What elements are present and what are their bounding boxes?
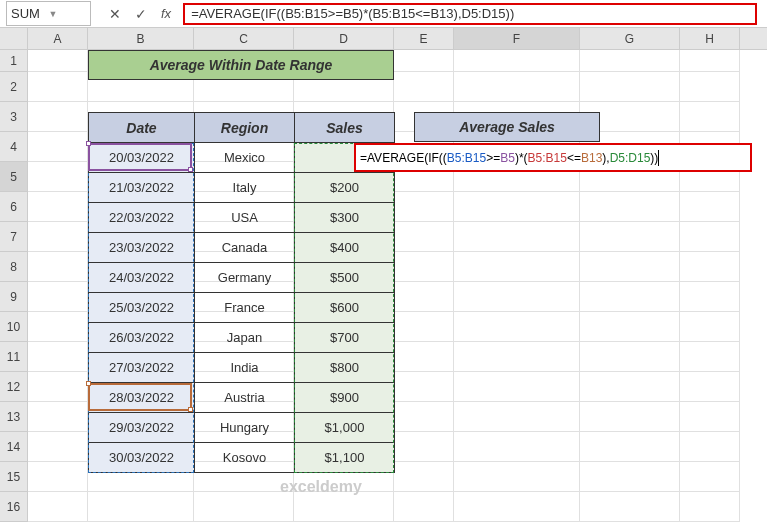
cell-F6[interactable]	[454, 192, 580, 222]
cell-A7[interactable]	[28, 222, 88, 252]
cell-A14[interactable]	[28, 432, 88, 462]
cell-A13[interactable]	[28, 402, 88, 432]
row-header[interactable]: 8	[0, 252, 28, 282]
cell-E12[interactable]	[394, 372, 454, 402]
row-header[interactable]: 7	[0, 222, 28, 252]
cell-A1[interactable]	[28, 50, 88, 72]
header-region[interactable]: Region	[195, 113, 295, 143]
cell-sales[interactable]: $200	[295, 173, 395, 203]
cell-G16[interactable]	[580, 492, 680, 522]
cell-A10[interactable]	[28, 312, 88, 342]
cell-date[interactable]: 20/03/2022	[89, 143, 195, 173]
cell-region[interactable]: Japan	[195, 323, 295, 353]
cell-H7[interactable]	[680, 222, 740, 252]
cell-G15[interactable]	[580, 462, 680, 492]
cell-sales[interactable]: $600	[295, 293, 395, 323]
cell-E15[interactable]	[394, 462, 454, 492]
col-header-A[interactable]: A	[28, 28, 88, 49]
cell-F13[interactable]	[454, 402, 580, 432]
cell-F1[interactable]	[454, 50, 580, 72]
cell-E13[interactable]	[394, 402, 454, 432]
chevron-down-icon[interactable]: ▼	[49, 9, 87, 19]
cell-date[interactable]: 28/03/2022	[89, 383, 195, 413]
row-header[interactable]: 14	[0, 432, 28, 462]
cell-E14[interactable]	[394, 432, 454, 462]
cell-A4[interactable]	[28, 132, 88, 162]
col-header-F[interactable]: F	[454, 28, 580, 49]
cell-G6[interactable]	[580, 192, 680, 222]
col-header-H[interactable]: H	[680, 28, 740, 49]
cell-F11[interactable]	[454, 342, 580, 372]
row-header[interactable]: 12	[0, 372, 28, 402]
cell-E10[interactable]	[394, 312, 454, 342]
cell-region[interactable]: Austria	[195, 383, 295, 413]
cell-F8[interactable]	[454, 252, 580, 282]
cell-sales[interactable]: $1,100	[295, 443, 395, 473]
cell-sales[interactable]: $300	[295, 203, 395, 233]
cell-E1[interactable]	[394, 50, 454, 72]
row-header[interactable]: 13	[0, 402, 28, 432]
cell-region[interactable]: Mexico	[195, 143, 295, 173]
col-header-D[interactable]: D	[294, 28, 394, 49]
cell-H14[interactable]	[680, 432, 740, 462]
cell-B16[interactable]	[88, 492, 194, 522]
select-all-corner[interactable]	[0, 28, 28, 49]
row-header[interactable]: 3	[0, 102, 28, 132]
cell-region[interactable]: USA	[195, 203, 295, 233]
cell-date[interactable]: 26/03/2022	[89, 323, 195, 353]
cell-F12[interactable]	[454, 372, 580, 402]
cell-F14[interactable]	[454, 432, 580, 462]
cell-F10[interactable]	[454, 312, 580, 342]
cell-H13[interactable]	[680, 402, 740, 432]
cell-H15[interactable]	[680, 462, 740, 492]
cell-region[interactable]: Hungary	[195, 413, 295, 443]
cell-H12[interactable]	[680, 372, 740, 402]
cell-sales[interactable]: $400	[295, 233, 395, 263]
cell-F2[interactable]	[454, 72, 580, 102]
cell-H10[interactable]	[680, 312, 740, 342]
header-sales[interactable]: Sales	[295, 113, 395, 143]
cell-H9[interactable]	[680, 282, 740, 312]
cell-E9[interactable]	[394, 282, 454, 312]
cell-F7[interactable]	[454, 222, 580, 252]
row-header[interactable]: 11	[0, 342, 28, 372]
cell-G9[interactable]	[580, 282, 680, 312]
cell-H16[interactable]	[680, 492, 740, 522]
cell-C16[interactable]	[194, 492, 294, 522]
cell-G1[interactable]	[580, 50, 680, 72]
col-header-C[interactable]: C	[194, 28, 294, 49]
cell-G10[interactable]	[580, 312, 680, 342]
cell-G7[interactable]	[580, 222, 680, 252]
cell-date[interactable]: 24/03/2022	[89, 263, 195, 293]
cell-A6[interactable]	[28, 192, 88, 222]
enter-icon[interactable]: ✓	[135, 6, 147, 22]
cell-A9[interactable]	[28, 282, 88, 312]
cell-H1[interactable]	[680, 50, 740, 72]
cell-A5[interactable]	[28, 162, 88, 192]
col-header-E[interactable]: E	[394, 28, 454, 49]
cell-sales[interactable]: $1,000	[295, 413, 395, 443]
cell-date[interactable]: 25/03/2022	[89, 293, 195, 323]
row-header[interactable]: 10	[0, 312, 28, 342]
cell-date[interactable]: 29/03/2022	[89, 413, 195, 443]
cell-A8[interactable]	[28, 252, 88, 282]
cell-date[interactable]: 30/03/2022	[89, 443, 195, 473]
cell-E11[interactable]	[394, 342, 454, 372]
formula-bar-input[interactable]: =AVERAGE(IF((B5:B15>=B5)*(B5:B15<=B13),D…	[183, 3, 757, 25]
cell-date[interactable]: 27/03/2022	[89, 353, 195, 383]
active-cell-formula[interactable]: =AVERAGE(IF((B5:B15>=B5)*(B5:B15<=B13),D…	[354, 143, 752, 172]
row-header[interactable]: 9	[0, 282, 28, 312]
cell-H3[interactable]	[680, 102, 740, 132]
row-header[interactable]: 16	[0, 492, 28, 522]
cell-H2[interactable]	[680, 72, 740, 102]
row-header[interactable]: 6	[0, 192, 28, 222]
average-sales-header[interactable]: Average Sales	[414, 112, 600, 142]
cell-date[interactable]: 23/03/2022	[89, 233, 195, 263]
cell-A16[interactable]	[28, 492, 88, 522]
cell-H8[interactable]	[680, 252, 740, 282]
cell-region[interactable]: Italy	[195, 173, 295, 203]
cell-E7[interactable]	[394, 222, 454, 252]
cell-sales[interactable]: $700	[295, 323, 395, 353]
cell-E6[interactable]	[394, 192, 454, 222]
cell-E16[interactable]	[394, 492, 454, 522]
